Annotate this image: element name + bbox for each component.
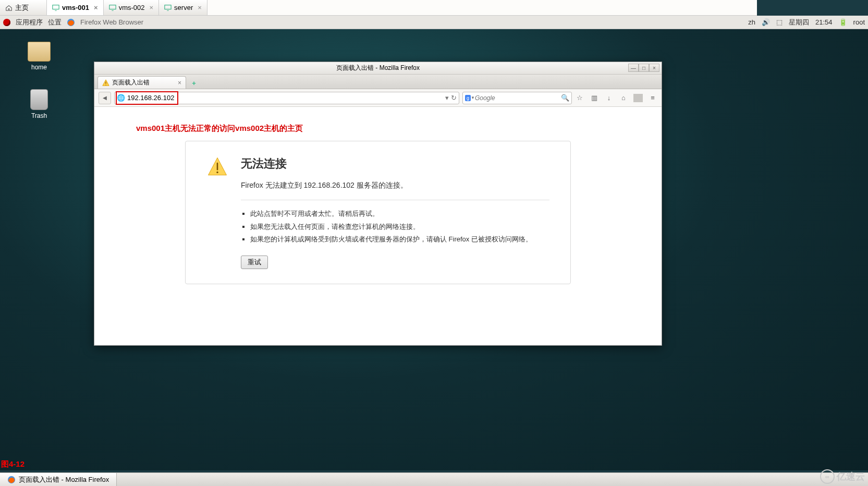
- close-icon[interactable]: ×: [178, 79, 181, 87]
- vm-tab-label: 主页: [15, 3, 29, 13]
- page-content: vms001主机无法正常的访问vms002主机的主页 无法连接 Firefox …: [94, 107, 662, 295]
- list-item: 此站点暂时不可用或者太忙。请稍后再试。: [250, 208, 549, 221]
- chevron-down-icon[interactable]: ▼: [471, 95, 475, 100]
- watermark: ∞ 亿速云: [820, 469, 865, 484]
- dropdown-icon[interactable]: ▾: [445, 94, 449, 102]
- network-icon[interactable]: ⬚: [776, 18, 783, 26]
- divider: [241, 200, 549, 200]
- bookmarks-button[interactable]: ▥: [590, 94, 599, 102]
- window-title: 页面载入出错 - Mozilla Firefox: [336, 64, 420, 72]
- firefox-icon: [7, 476, 16, 484]
- vm-tab-label: server: [174, 4, 193, 11]
- input-method[interactable]: zh: [748, 18, 755, 26]
- window-titlebar[interactable]: 页面载入出错 - Mozilla Firefox — □ ×: [94, 62, 662, 75]
- close-icon[interactable]: ×: [198, 4, 202, 11]
- reload-button[interactable]: ↻: [451, 94, 457, 102]
- vm-tab-server[interactable]: server ×: [159, 0, 207, 15]
- vm-tab-vms002[interactable]: vms-002 ×: [104, 0, 159, 15]
- firefox-window: 页面载入出错 - Mozilla Firefox — □ × 页面载入出错 × …: [94, 62, 662, 346]
- desktop-icon-home[interactable]: home: [16, 42, 63, 71]
- menu-applications[interactable]: 应用程序: [16, 18, 43, 27]
- separator: [633, 94, 643, 102]
- new-tab-button[interactable]: +: [188, 77, 200, 89]
- back-button[interactable]: ◄: [99, 92, 111, 104]
- vm-tab-vms001[interactable]: vms-001 ×: [47, 0, 104, 15]
- user-menu[interactable]: root: [853, 18, 865, 26]
- watermark-text: 亿速云: [837, 470, 865, 483]
- icon-label: Trash: [31, 112, 47, 119]
- close-icon[interactable]: ×: [94, 4, 98, 11]
- firefox-nav-toolbar: ◄ 🌐 ▾ ↻ g ▼ 🔍 ☆ ▥ ↓ ⌂: [94, 89, 662, 107]
- search-input[interactable]: [475, 94, 561, 102]
- warning-icon: [102, 79, 109, 87]
- search-bar[interactable]: g ▼ 🔍: [462, 92, 572, 104]
- home-icon: [5, 4, 13, 11]
- icon-label: home: [31, 64, 47, 71]
- gnome-taskbar: 页面载入出错 - Mozilla Firefox: [0, 472, 868, 486]
- error-heading: 无法连接: [241, 156, 549, 172]
- volume-icon[interactable]: 🔊: [762, 18, 770, 26]
- firefox-tab[interactable]: 页面载入出错 ×: [97, 76, 186, 89]
- app-title[interactable]: Firefox Web Browser: [80, 18, 143, 26]
- tab-label: 页面载入出错: [112, 78, 150, 87]
- error-message: Firefox 无法建立到 192.168.26.102 服务器的连接。: [241, 181, 549, 190]
- taskbar-label: 页面载入出错 - Mozilla Firefox: [19, 475, 109, 484]
- desktop-icon-trash[interactable]: Trash: [16, 89, 63, 119]
- retry-button[interactable]: 重试: [241, 256, 268, 269]
- url-input[interactable]: [125, 94, 445, 102]
- vm-tab-label: vms-002: [119, 4, 145, 11]
- window-minimize-button[interactable]: —: [628, 64, 639, 72]
- menu-places[interactable]: 位置: [48, 18, 62, 27]
- bookmark-star-button[interactable]: ☆: [575, 94, 584, 102]
- svg-point-4: [216, 172, 218, 174]
- downloads-button[interactable]: ↓: [604, 94, 614, 102]
- window-maximize-button[interactable]: □: [639, 64, 649, 72]
- search-icon[interactable]: 🔍: [561, 94, 569, 102]
- gnome-top-panel: 应用程序 位置 Firefox Web Browser zh 🔊 ⬚ 星期四 2…: [0, 16, 868, 29]
- taskbar-item-firefox[interactable]: 页面载入出错 - Mozilla Firefox: [0, 473, 117, 486]
- battery-icon[interactable]: 🔋: [839, 18, 847, 26]
- folder-icon: [28, 42, 51, 62]
- globe-icon: 🌐: [117, 94, 125, 102]
- annotation-text: vms001主机无法正常的访问vms002主机的主页: [136, 124, 620, 133]
- error-suggestions: 此站点暂时不可用或者太忙。请稍后再试。 如果您无法载入任何页面，请检查您计算机的…: [241, 208, 549, 246]
- watermark-icon: ∞: [820, 469, 835, 484]
- firefox-tab-strip: 页面载入出错 × +: [94, 75, 662, 89]
- google-icon: g: [465, 95, 471, 101]
- close-icon[interactable]: ×: [150, 4, 154, 11]
- vm-tab-home[interactable]: 主页: [0, 0, 47, 15]
- clock-day[interactable]: 星期四: [789, 18, 809, 27]
- svg-rect-1: [109, 5, 116, 9]
- trash-icon: [30, 89, 48, 110]
- figure-caption: 图4-12: [1, 459, 25, 469]
- vm-tab-strip: 主页 vms-001 × vms-002 × server ×: [0, 0, 757, 16]
- desktop: home Trash 页面载入出错 - Mozilla Firefox — □ …: [0, 29, 868, 470]
- vm-tab-label: vms-001: [62, 4, 89, 11]
- clock-time[interactable]: 21:54: [815, 18, 833, 26]
- url-bar[interactable]: 🌐 ▾ ↻: [114, 92, 459, 104]
- warning-icon: [206, 156, 228, 178]
- firefox-icon: [67, 18, 75, 27]
- distro-icon: [3, 19, 10, 26]
- list-item: 如果您无法载入任何页面，请检查您计算机的网络连接。: [250, 221, 549, 234]
- monitor-icon: [109, 4, 116, 11]
- window-close-button[interactable]: ×: [649, 64, 659, 72]
- svg-rect-0: [53, 5, 59, 9]
- monitor-icon: [164, 4, 172, 11]
- list-item: 如果您的计算机或网络受到防火墙或者代理服务器的保护，请确认 Firefox 已被…: [250, 233, 549, 246]
- error-container: 无法连接 Firefox 无法建立到 192.168.26.102 服务器的连接…: [185, 141, 571, 284]
- monitor-icon: [52, 4, 59, 11]
- svg-rect-2: [165, 5, 171, 9]
- menu-button[interactable]: ≡: [648, 94, 657, 102]
- home-button[interactable]: ⌂: [619, 94, 628, 102]
